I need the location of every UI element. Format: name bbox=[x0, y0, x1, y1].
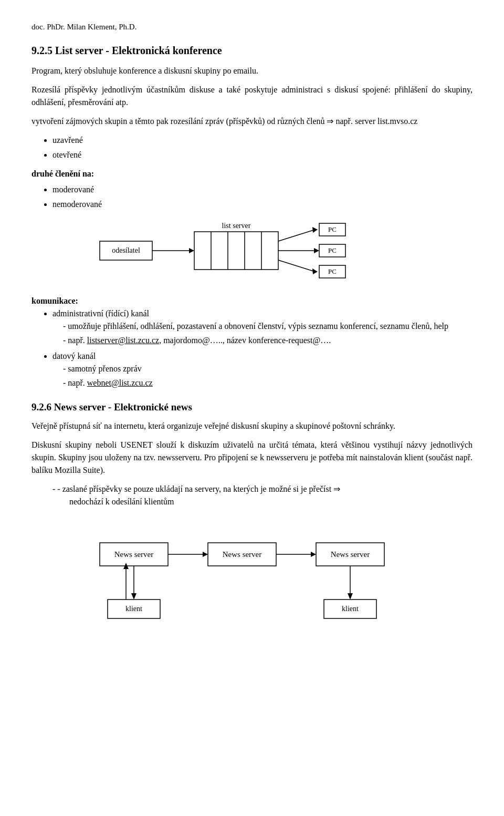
svg-text:odesílatel: odesílatel bbox=[112, 246, 140, 254]
webnet-link[interactable]: webnet@list.zcu.cz bbox=[87, 378, 153, 387]
svg-line-10 bbox=[278, 230, 315, 241]
section-title-2: 9.2.6 News server - Elektronické news bbox=[32, 400, 472, 415]
list-item-otevrene: otevřené bbox=[52, 149, 472, 161]
para-1: Program, který obsluhuje konference a di… bbox=[32, 65, 472, 77]
svg-text:list server: list server bbox=[222, 222, 251, 230]
svg-marker-39 bbox=[348, 593, 353, 600]
svg-marker-15 bbox=[312, 268, 318, 274]
svg-marker-3 bbox=[189, 248, 194, 253]
news-server-diagram: News server News server News server klie… bbox=[32, 511, 472, 627]
svg-text:News server: News server bbox=[223, 550, 262, 559]
news-dash-list: - zaslané příspěvky se pouze ukládají na… bbox=[52, 483, 472, 508]
svg-text:News server: News server bbox=[114, 550, 154, 559]
svg-rect-4 bbox=[194, 232, 278, 270]
news-para-1: Veřejně přístupná síť na internetu, kter… bbox=[32, 420, 472, 432]
svg-text:News server: News server bbox=[331, 550, 370, 559]
datovy-kanal-label: datový kanál bbox=[52, 352, 96, 360]
svg-marker-11 bbox=[312, 227, 318, 233]
list-item-moderovane: moderované bbox=[52, 183, 472, 196]
list-item-nemoderova: nemoderované bbox=[52, 198, 472, 211]
news-dash-1-cont: nedochází k odesílání klientům bbox=[69, 497, 174, 506]
admin-kanal-label: administrativní (řídící) kanál bbox=[52, 309, 149, 318]
svg-text:PC: PC bbox=[328, 267, 337, 275]
svg-text:PC: PC bbox=[328, 225, 337, 233]
news-para-2-text: Diskusní skupiny neboli USENET slouží k … bbox=[32, 440, 472, 474]
listserver-link[interactable]: listserver@list.zcu.cz bbox=[87, 336, 159, 345]
druhe-cleneni: druhé členění na: bbox=[32, 168, 472, 180]
svg-marker-29 bbox=[311, 552, 316, 557]
komunikace-list: administrativní (řídící) kanál umožňuje … bbox=[52, 307, 472, 389]
section-title-1: 9.2.5 List server - Elektronická konfere… bbox=[32, 43, 472, 58]
list-2: moderované nemoderované bbox=[52, 183, 472, 211]
news-dash-1: - zaslané příspěvky se pouze ukládají na… bbox=[52, 483, 472, 508]
svg-text:klient: klient bbox=[125, 605, 142, 613]
svg-text:PC: PC bbox=[328, 246, 337, 254]
list-1: uzavřené otevřené bbox=[52, 134, 472, 161]
svg-marker-25 bbox=[203, 552, 208, 557]
datovy-dash-2: např. webnet@list.zcu.cz bbox=[63, 377, 472, 389]
svg-marker-13 bbox=[314, 248, 319, 253]
komunikace-section: komunikace: administrativní (řídící) kan… bbox=[32, 295, 472, 389]
svg-marker-33 bbox=[131, 593, 136, 600]
admin-dash-list: umožňuje přihlášení, odhlášení, pozastav… bbox=[63, 320, 472, 347]
news-para-2: Diskusní skupiny neboli USENET slouží k … bbox=[32, 439, 472, 477]
admin-dash-2: např. listserver@list.zcu.cz, majordomo@… bbox=[63, 334, 472, 347]
svg-text:klient: klient bbox=[342, 605, 359, 613]
komunikace-title: komunikace: bbox=[32, 296, 78, 305]
datovy-kanal-item: datový kanál samotný přenos zpráv např. … bbox=[52, 350, 472, 389]
para-2: Rozesílá příspěvky jednotlivým účastníků… bbox=[32, 84, 472, 109]
svg-line-14 bbox=[278, 260, 315, 272]
admin-kanal-item: administrativní (řídící) kanál umožňuje … bbox=[52, 307, 472, 347]
admin-dash-1: umožňuje přihlášení, odhlášení, pozastav… bbox=[63, 320, 472, 333]
list-item-uzavrene: uzavřené bbox=[52, 134, 472, 147]
para-3: vytvoření zájmových skupin a těmto pak r… bbox=[32, 115, 472, 128]
doc-author: doc. PhDr. Milan Klement, Ph.D. bbox=[32, 21, 472, 33]
list-server-diagram: odesílatel list server PC PC PC bbox=[32, 221, 472, 284]
datovy-dash-1: samotný přenos zpráv bbox=[63, 363, 472, 375]
datovy-dash-list: samotný přenos zpráv např. webnet@list.z… bbox=[63, 363, 472, 389]
